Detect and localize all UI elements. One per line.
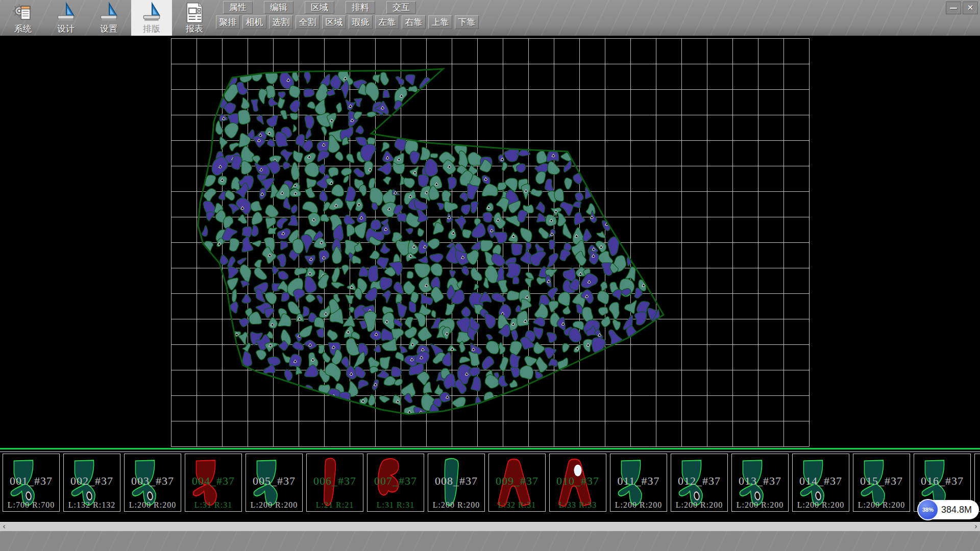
- part-lr-count: L:132 R:132: [64, 500, 120, 510]
- menu-bar: 属性编辑区域排料交互: [223, 1, 427, 14]
- menu-item-2[interactable]: 区域: [305, 1, 334, 14]
- part-name: 004_#37: [185, 474, 241, 488]
- app-label: 报表: [186, 24, 203, 34]
- nesting-canvas[interactable]: [0, 36, 980, 448]
- part-name: 016_#37: [914, 474, 970, 488]
- ruler-icon: [140, 2, 163, 24]
- part-thumbnail[interactable]: 014_#37 L:200 R:200: [792, 454, 849, 512]
- part-name: 017_#37: [975, 474, 980, 488]
- app-label: 设计: [57, 24, 75, 34]
- gear-doc-icon: [12, 2, 34, 24]
- parts-strip: 001_#37 L:700 R:700 002_#37 L:132 R:132 …: [0, 448, 980, 522]
- part-lr-count: L:200 R:200: [246, 500, 302, 510]
- part-lr-count: L:200 R:200: [610, 500, 667, 510]
- menu-item-4[interactable]: 交互: [386, 1, 416, 14]
- action-button-8[interactable]: 上靠: [428, 15, 452, 29]
- part-name: 010_#37: [550, 474, 606, 488]
- part-lr-count: L:200 R:200: [671, 500, 727, 510]
- progress-circle: 38%: [917, 499, 939, 520]
- report-icon: [183, 2, 206, 24]
- part-lr-count: L:31 R:31: [185, 500, 241, 510]
- memory-status-badge: 38% 384.8M: [918, 500, 979, 519]
- app-tab-nesting[interactable]: 排版: [131, 0, 172, 36]
- app-tab-system[interactable]: 系统: [3, 0, 43, 36]
- app-tab-report[interactable]: 报表: [174, 0, 215, 36]
- part-thumbnail[interactable]: 015_#37 L:200 R:200: [853, 454, 910, 512]
- part-name: 013_#37: [732, 474, 788, 488]
- scroll-left-arrow[interactable]: ‹: [0, 522, 8, 532]
- menu-item-1[interactable]: 编辑: [264, 1, 293, 14]
- part-name: 012_#37: [671, 474, 727, 488]
- app-label: 设置: [100, 24, 117, 34]
- toolbar: 系统 设计 设置: [0, 0, 980, 36]
- part-name: 011_#37: [610, 474, 667, 488]
- action-button-5[interactable]: 瑕疵: [349, 15, 373, 29]
- minimize-button[interactable]: —: [946, 2, 961, 14]
- window-controls: — ✕: [946, 2, 978, 14]
- action-bar: 聚排相机选割全割区域瑕疵左靠右靠上靠下靠: [216, 15, 481, 29]
- part-name: 014_#37: [793, 474, 849, 488]
- part-name: 008_#37: [428, 474, 484, 488]
- app-label: 排版: [143, 24, 160, 34]
- part-thumbnail[interactable]: 003_#37 L:200 R:200: [124, 454, 181, 512]
- app-launcher: 系统 设计 设置: [3, 0, 217, 36]
- part-thumbnail[interactable]: 013_#37 L:200 R:200: [731, 454, 789, 512]
- part-lr-count: L:200 R:200: [125, 500, 181, 510]
- part-name: 015_#37: [853, 474, 910, 488]
- part-thumbnail[interactable]: 004_#37 L:31 R:31: [185, 454, 242, 512]
- action-button-6[interactable]: 左靠: [375, 15, 399, 29]
- action-button-3[interactable]: 全割: [296, 15, 320, 29]
- part-name: 005_#37: [246, 474, 302, 488]
- part-name: 006_#37: [307, 474, 363, 488]
- memory-value: 384.8M: [941, 505, 972, 515]
- action-button-1[interactable]: 相机: [242, 15, 266, 29]
- horizontal-scrollbar[interactable]: ‹ ›: [0, 522, 980, 531]
- part-name: 007_#37: [368, 474, 424, 488]
- scroll-right-arrow[interactable]: ›: [972, 522, 980, 532]
- action-button-7[interactable]: 右靠: [402, 15, 426, 29]
- part-lr-count: L:33 R:33: [550, 500, 606, 510]
- menu-item-0[interactable]: 属性: [223, 1, 253, 14]
- action-button-4[interactable]: 区域: [322, 15, 346, 29]
- part-thumbnail[interactable]: 002_#37 L:132 R:132: [63, 454, 120, 512]
- action-button-2[interactable]: 选割: [269, 15, 293, 29]
- action-button-0[interactable]: 聚排: [216, 15, 240, 29]
- app-tab-design[interactable]: 设计: [45, 0, 86, 36]
- part-thumbnail[interactable]: 012_#37 L:200 R:200: [671, 454, 728, 512]
- part-thumbnail[interactable]: 005_#37 L:200 R:200: [246, 454, 303, 512]
- part-thumbnail[interactable]: 001_#37 L:700 R:700: [3, 454, 60, 512]
- part-thumbnail[interactable]: 006_#37 L:21 R:21: [306, 454, 363, 512]
- parts-list: 001_#37 L:700 R:700 002_#37 L:132 R:132 …: [0, 452, 980, 512]
- part-thumbnail[interactable]: 010_#37 L:33 R:33: [549, 454, 606, 512]
- bottom-bar: [0, 531, 980, 551]
- app-tab-settings[interactable]: 设置: [88, 0, 129, 36]
- part-thumbnail[interactable]: 007_#37 L:31 R:31: [367, 454, 424, 512]
- part-thumbnail[interactable]: 009_#37 L:32 R:31: [488, 454, 546, 512]
- part-thumbnail[interactable]: 008_#37 L:200 R:200: [428, 454, 485, 512]
- part-lr-count: L:200 R:200: [793, 500, 849, 510]
- part-lr-count: L:200 R:200: [428, 500, 484, 510]
- part-thumbnail[interactable]: 011_#37 L:200 R:200: [610, 454, 667, 512]
- close-button[interactable]: ✕: [963, 2, 978, 14]
- app-label: 系统: [14, 24, 32, 34]
- app-window: 系统 设计 设置: [0, 0, 980, 551]
- part-lr-count: L:200 R:200: [853, 500, 910, 510]
- part-lr-count: L:21 R:21: [307, 500, 363, 510]
- part-lr-count: L:32 R:31: [489, 500, 545, 510]
- part-name: 002_#37: [64, 474, 120, 488]
- part-name: 001_#37: [3, 474, 59, 488]
- menu-item-3[interactable]: 排料: [346, 1, 375, 14]
- ruler-icon: [55, 2, 77, 24]
- part-lr-count: L:700 R:700: [3, 500, 59, 510]
- ruler-icon: [97, 2, 120, 24]
- part-name: 009_#37: [489, 474, 545, 488]
- part-lr-count: L:31 R:31: [368, 500, 424, 510]
- action-button-9[interactable]: 下靠: [455, 15, 479, 29]
- part-name: 003_#37: [125, 474, 181, 488]
- part-lr-count: L:200 R:200: [732, 500, 788, 510]
